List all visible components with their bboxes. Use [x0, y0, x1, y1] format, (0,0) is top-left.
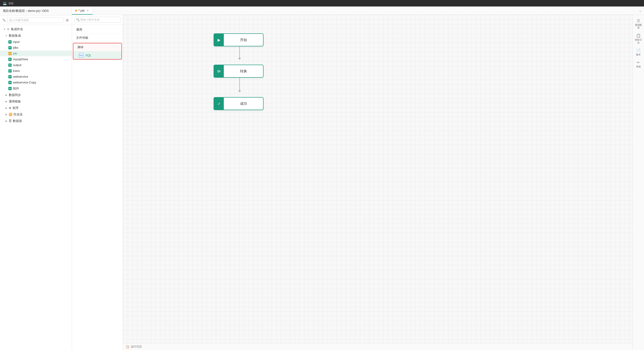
- sidebar-item-mysql2hive[interactable]: Di mysql2hive: [0, 56, 72, 62]
- component-search-input[interactable]: [74, 17, 120, 23]
- sidebar-item-trans[interactable]: Di trans: [0, 68, 72, 74]
- version-icon: 📄: [636, 48, 641, 53]
- expand-arrow-program: [5, 106, 8, 110]
- comp-group-script-header[interactable]: 脚本: [73, 43, 122, 51]
- flow-node-success[interactable]: ✓ 成功: [214, 97, 264, 110]
- draft-icon: ✏: [637, 60, 640, 65]
- flow-icon: 🔀: [9, 113, 12, 116]
- comp-group-file-transfer-header[interactable]: 文件传输: [72, 34, 123, 42]
- script-group-label: 脚本: [78, 45, 84, 49]
- component-panel: 🔍 通用: [72, 15, 123, 350]
- di-badge-webservice: Di: [8, 75, 12, 78]
- sidebar-item-data-integration[interactable]: 数据集成: [0, 32, 72, 39]
- log-panel-icon: 📋: [636, 33, 641, 38]
- output-label: output: [13, 63, 21, 67]
- right-panel-log[interactable]: 📋 指标日志: [634, 31, 643, 46]
- right-panel-config[interactable]: ☰ 通用配置: [634, 17, 643, 31]
- tab-collapse-button[interactable]: ⌄: [636, 6, 644, 14]
- right-panel-draft[interactable]: ✏ 草稿: [634, 58, 643, 70]
- config-icon: ☰: [637, 18, 640, 23]
- expand-arrow-workflow: [5, 113, 8, 116]
- workflow-label: 作业流: [14, 112, 22, 117]
- gear-icon: ⚙: [9, 106, 12, 110]
- component-tree: 通用 文件传输: [72, 25, 123, 350]
- log-icon: 📋: [126, 345, 129, 349]
- sidebar-item-datasource[interactable]: 🗄 数据源: [0, 118, 72, 124]
- draft-label: 草稿: [636, 65, 641, 68]
- right-panel-version[interactable]: 📄 版本: [634, 46, 643, 58]
- expand-arrow-root: [3, 27, 6, 31]
- expand-arrow-sync: [5, 93, 8, 97]
- flow-node-transform[interactable]: Di 转换: [214, 65, 264, 78]
- di-badge-mysql2hive: Di: [8, 58, 12, 61]
- add-item-button[interactable]: ⊕: [65, 18, 70, 22]
- arrow-start-to-transform: [238, 46, 241, 60]
- comp-group-common-header[interactable]: 通用: [72, 26, 123, 34]
- db-icon: 🗄: [9, 119, 12, 123]
- flow-container: ▶ 开始 Di 转换: [123, 15, 632, 343]
- di-badge-output: Di: [8, 63, 12, 67]
- component-search-bar: 🔍: [72, 15, 123, 25]
- transform-node-label: 转换: [224, 69, 263, 73]
- job-badge: job: [8, 52, 12, 55]
- common-group-label: 通用: [76, 27, 82, 32]
- tab-bar: * job ✕ ⌄: [72, 6, 644, 15]
- sidebar-item-jdbc[interactable]: Di jdbc: [0, 45, 72, 50]
- transform-node-icon: Di: [214, 65, 224, 77]
- sidebar-search-input[interactable]: [7, 17, 64, 23]
- sidebar-item-webservice-copy[interactable]: Di webservice-Copy: [0, 79, 72, 85]
- sidebar-tree: ⚙ 集成作业 数据集成 Di input Di jdbc: [0, 25, 72, 350]
- sidebar-item-common-template[interactable]: 通用模板: [0, 98, 72, 105]
- sidebar-search-bar: 🔍 ⊕: [0, 15, 72, 25]
- comp-group-file-transfer: 文件传输: [72, 34, 123, 42]
- success-node-icon: ✓: [214, 98, 224, 110]
- expand-arrow-template: [5, 100, 8, 103]
- success-node-label: 成功: [224, 102, 263, 106]
- sidebar-item-program[interactable]: ⚙ 程序: [0, 105, 72, 111]
- tab-modified-dot: [75, 10, 77, 11]
- sidebar-item-root[interactable]: ⚙ 集成作业: [0, 26, 72, 32]
- sidebar-item-workflow[interactable]: 🔀 作业流: [0, 111, 72, 118]
- start-node-label: 开始: [224, 38, 263, 42]
- datasource-label: 数据源: [13, 119, 22, 123]
- app-title: IDE: [8, 1, 14, 5]
- sidebar-item-job[interactable]: job job: [0, 50, 72, 56]
- tab-close-button[interactable]: ✕: [86, 8, 90, 12]
- input-label: input: [13, 40, 20, 44]
- component-search-icon: 🔍: [76, 18, 80, 21]
- bottom-bar: 📋 运行日志: [123, 343, 632, 350]
- webservice-label: webservice: [13, 75, 28, 78]
- right-panel: ☰ 通用配置 📋 指标日志 📄 版本 ✏ 草稿: [632, 15, 644, 350]
- sidebar-item-output[interactable]: Di output: [0, 62, 72, 68]
- file-transfer-group-label: 文件传输: [76, 36, 88, 40]
- trans-label: trans: [13, 69, 20, 73]
- expand-arrow-datasource: [5, 119, 8, 123]
- flow-node-start[interactable]: ▶ 开始: [214, 33, 264, 46]
- sidebar-item-zujian[interactable]: Di 组件: [0, 85, 72, 92]
- sql-label: SQL: [86, 53, 92, 57]
- search-icon: 🔍: [2, 18, 6, 22]
- sidebar-item-input[interactable]: Di input: [0, 39, 72, 45]
- program-label: 程序: [12, 106, 18, 110]
- sidebar-item-data-sync[interactable]: 数据同步: [0, 92, 72, 98]
- sidebar-item-webservice[interactable]: Di webservice: [0, 74, 72, 79]
- mysql2hive-label: mysql2hive: [13, 57, 28, 61]
- log-panel-label: 指标日志: [634, 38, 642, 44]
- tab-job[interactable]: * job ✕: [72, 6, 93, 14]
- di-badge-webservice-copy: Di: [8, 81, 12, 84]
- sql-icon: SQL: [79, 53, 84, 57]
- sidebar: 项目名称/数据层：demo-prj / ODS 🔍 ⊕ ⚙ 集成作业 数据集成: [0, 6, 72, 350]
- config-label: 通用配置: [634, 24, 642, 29]
- job-label: job: [13, 52, 17, 55]
- start-node-icon: ▶: [214, 34, 224, 46]
- arrow-transform-to-success: [238, 78, 241, 92]
- project-label: 项目名称/数据层：demo-prj / ODS: [0, 6, 72, 15]
- comp-group-common: 通用: [72, 26, 123, 34]
- tab-spacer: [93, 6, 636, 14]
- version-label: 版本: [636, 53, 641, 56]
- di-badge-input: Di: [8, 40, 12, 44]
- run-log-label: 运行日志: [131, 345, 142, 349]
- root-icon: ⚙: [7, 27, 10, 31]
- comp-item-sql[interactable]: SQL SQL: [73, 51, 122, 59]
- canvas-area[interactable]: ▶ 开始 Di 转换: [123, 15, 632, 343]
